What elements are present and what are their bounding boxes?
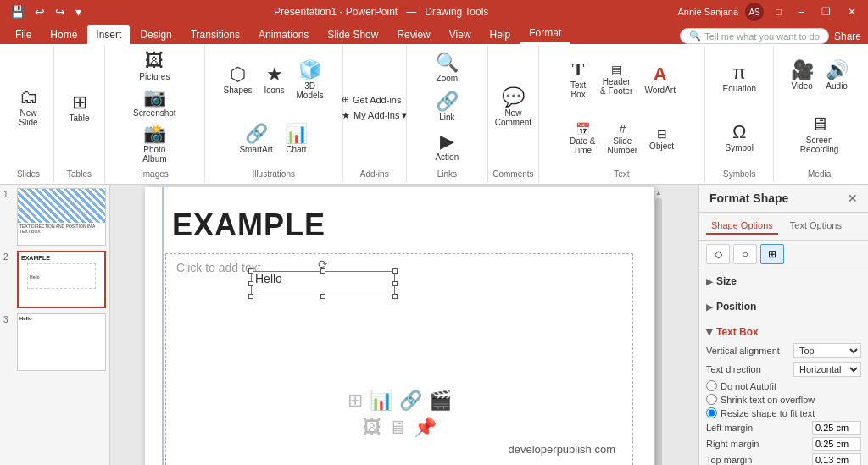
slide-thumb-3[interactable]: 3 Hello [3, 313, 106, 371]
screen-recording-btn[interactable]: 🖥 ScreenRecording [795, 113, 844, 157]
ribbon-display-btn[interactable]: □ [771, 4, 787, 19]
pictures-btn[interactable]: 🖼 Pictures [134, 49, 175, 84]
handle-tr[interactable] [392, 268, 398, 274]
slide-preview-3[interactable]: Hello [17, 313, 106, 371]
left-margin-input[interactable] [812, 421, 861, 435]
object-btn[interactable]: ⊟ Object [644, 125, 679, 153]
textbox-btn[interactable]: T TextBox [563, 58, 593, 102]
handle-bm[interactable] [320, 294, 326, 299]
resize-shape-radio[interactable] [706, 407, 717, 418]
handle-ml[interactable] [248, 281, 253, 286]
top-margin-input[interactable] [812, 453, 861, 465]
handle-br[interactable] [392, 294, 398, 299]
undo-quick-btn[interactable]: ↩ [31, 3, 48, 20]
title-bar: 💾 ↩ ↪ ▾ Presentation1 - PowerPoint — Dra… [0, 0, 868, 24]
slide-content-area[interactable]: Click to add text ⟳ [165, 253, 633, 466]
vert-align-select[interactable]: Top Middle Bottom [793, 343, 861, 358]
text-dir-select[interactable]: Horizontal Rotate all text 90° Rotate al… [793, 362, 861, 377]
tab-transitions[interactable]: Transitions [182, 25, 248, 44]
chart-placeholder-icon[interactable]: 📊 [370, 390, 392, 412]
movie-placeholder-icon[interactable]: 🎬 [429, 390, 452, 412]
photo-album-btn[interactable]: 📸 PhotoAlbum [137, 122, 171, 166]
slide-preview-2[interactable]: EXAMPLE · · · Hello [17, 251, 106, 308]
scroll-up-btn[interactable]: ▲ [655, 189, 662, 197]
online-placeholder-icon[interactable]: 🖥 [388, 417, 407, 439]
my-addins-btn[interactable]: ★ My Add-ins ▾ [337, 108, 412, 123]
zoom-btn[interactable]: 🔍 Zoom [431, 51, 464, 86]
handle-mr[interactable] [392, 281, 398, 286]
slide-thumb-1[interactable]: 1 TEXT DIRECTION AND POSITION IN ATEXT B… [3, 188, 106, 246]
tab-shape-options[interactable]: Shape Options [706, 218, 778, 235]
minimize-btn[interactable]: – [793, 4, 810, 19]
shapes-btn[interactable]: ⬡ Shapes [219, 63, 258, 97]
close-btn[interactable]: ✕ [843, 4, 861, 19]
effects-icon-btn[interactable]: ○ [733, 244, 757, 264]
tab-format[interactable]: Format [520, 24, 570, 44]
smartart-btn[interactable]: 🔗 SmartArt [234, 122, 277, 157]
right-margin-input[interactable] [812, 437, 861, 451]
wordart-btn[interactable]: A WordArt [639, 63, 681, 97]
tab-home[interactable]: Home [42, 25, 86, 44]
panel-close-btn[interactable]: ✕ [848, 191, 858, 205]
date-time-btn[interactable]: 📅 Date &Time [565, 120, 601, 158]
add-text-placeholder[interactable]: Click to add text [166, 254, 632, 281]
restore-btn[interactable]: ❐ [816, 4, 836, 19]
scroll-thumb-v[interactable] [655, 198, 662, 466]
new-comment-btn[interactable]: 💬 NewComment [490, 86, 537, 130]
textbox-section-header[interactable]: ▶ Text Box [706, 323, 861, 341]
link-btn[interactable]: 🔗 Link [431, 90, 464, 125]
size-section-header[interactable]: ▶ Size [706, 272, 861, 291]
tab-insert[interactable]: Insert [87, 25, 130, 44]
new-slide-btn[interactable]: 🗂 NewSlide [14, 86, 44, 130]
slide-thumb-2[interactable]: 2 EXAMPLE · · · Hello [3, 251, 106, 308]
tab-help[interactable]: Help [481, 25, 520, 44]
no-autofit-radio[interactable] [706, 380, 717, 391]
canvas-scrollbar-v[interactable]: ▲ ▼ [654, 187, 664, 466]
tab-slideshow[interactable]: Slide Show [319, 25, 387, 44]
icons-btn[interactable]: ★ Icons [259, 63, 290, 97]
header-footer-btn[interactable]: ▤ Header& Footer [595, 61, 637, 98]
handle-bl[interactable] [248, 294, 253, 299]
textbox-border: Hello [251, 271, 395, 296]
tab-review[interactable]: Review [388, 25, 438, 44]
customize-quick-btn[interactable]: ▾ [72, 3, 85, 20]
position-section-header[interactable]: ▶ Position [706, 297, 861, 316]
textbox-content[interactable]: Hello [252, 270, 286, 287]
tab-file[interactable]: File [7, 25, 40, 44]
picture-placeholder-icon[interactable]: 🖼 [363, 417, 381, 439]
symbol-btn[interactable]: Ω Symbol [721, 120, 759, 155]
save-quick-btn[interactable]: 💾 [7, 3, 28, 20]
shrink-text-radio[interactable] [706, 394, 717, 405]
fill-line-icon-btn[interactable]: ◇ [706, 244, 730, 264]
table-btn[interactable]: ⊞ Table [64, 91, 95, 125]
share-button[interactable]: Share [834, 30, 861, 42]
slide-panel[interactable]: 1 TEXT DIRECTION AND POSITION IN ATEXT B… [0, 185, 110, 465]
tab-view[interactable]: View [441, 25, 480, 44]
table-placeholder-icon[interactable]: ⊞ [348, 390, 363, 412]
tell-me-bar[interactable]: 🔍 Tell me what you want to do [680, 28, 829, 44]
equation-btn[interactable]: π Equation [717, 61, 760, 96]
handle-tm[interactable] [320, 268, 326, 274]
object-icon: ⊟ [657, 128, 667, 140]
tab-text-options[interactable]: Text Options [785, 218, 847, 235]
action-btn[interactable]: ▶ Action [430, 130, 464, 164]
slide-preview-1[interactable]: TEXT DIRECTION AND POSITION IN ATEXT BOX [17, 188, 106, 246]
audio-btn[interactable]: 🔊 Audio [821, 58, 854, 93]
smartart-placeholder-icon[interactable]: 🔗 [399, 390, 422, 412]
tab-design[interactable]: Design [131, 25, 180, 44]
textbox-section-content: Vertical alignment Top Middle Bottom Tex… [706, 341, 861, 465]
layout-properties-icon-btn[interactable]: ⊞ [760, 244, 784, 264]
slide-number-btn[interactable]: # SlideNumber [603, 120, 643, 158]
handle-tl[interactable] [248, 268, 253, 274]
redo-quick-btn[interactable]: ↪ [52, 3, 69, 20]
tab-animations[interactable]: Animations [250, 25, 317, 44]
panel-scroll-area[interactable]: ▶ Size ▶ Position ▶ Text Box [699, 268, 868, 465]
screenshot-btn[interactable]: 📷 Screenshot [128, 86, 181, 120]
selected-textbox-wrapper[interactable]: ⟳ [251, 271, 395, 296]
slide-canvas[interactable]: EXAMPLE Click to add text ⟳ [145, 187, 654, 466]
video-btn[interactable]: 🎥 Video [786, 58, 819, 93]
icons-placeholder-icon[interactable]: 📌 [414, 417, 437, 439]
get-addins-btn[interactable]: ⊕ Get Add-ins [337, 92, 406, 107]
3d-models-btn[interactable]: 🧊 3DModels [292, 58, 329, 102]
chart-btn[interactable]: 📊 Chart [280, 122, 313, 157]
